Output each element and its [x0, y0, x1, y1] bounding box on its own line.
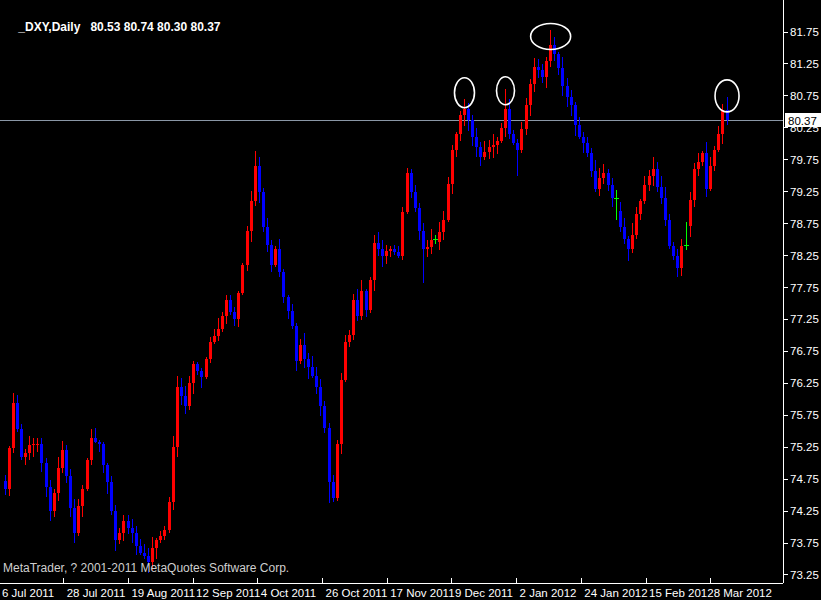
- price-axis-label: 77.75: [790, 282, 819, 294]
- date-axis-label: 8 Mar 2012: [714, 587, 772, 599]
- candle-body: [118, 533, 121, 540]
- candle-body: [512, 134, 515, 143]
- candle-body: [196, 364, 199, 371]
- price-axis-label: 81.25: [790, 58, 819, 70]
- candle-body: [200, 371, 203, 377]
- candle-body: [529, 84, 532, 105]
- candle-body: [492, 145, 495, 147]
- candles-group: [4, 30, 729, 573]
- candle-body: [578, 125, 581, 138]
- candle-body: [291, 311, 294, 325]
- candle-body: [607, 173, 610, 185]
- candle-body: [205, 359, 208, 377]
- candle-body: [590, 153, 593, 170]
- metaquotes-watermark: MetaTrader, ? 2001-2011 MetaQuotes Softw…: [3, 561, 289, 575]
- candle-body: [168, 502, 171, 531]
- date-axis-label: 15 Feb 2012: [649, 587, 714, 599]
- candle-body: [656, 169, 659, 187]
- ohlc-quote-label: 80.53 80.74 80.30 80.37: [90, 20, 220, 34]
- candle-body: [299, 345, 302, 361]
- candle-body: [274, 249, 277, 265]
- price-axis-label: 74.75: [790, 473, 819, 485]
- price-chart-canvas[interactable]: 81.7581.2580.7580.2579.7579.2578.7578.25…: [0, 0, 821, 600]
- candle-body: [241, 265, 244, 293]
- date-axis-label: 12 Sep 2011: [196, 587, 260, 599]
- time-scale[interactable]: 6 Jul 201128 Jul 201119 Aug 201112 Sep 2…: [0, 578, 772, 599]
- price-axis-label: 80.75: [790, 90, 819, 102]
- candle-body: [660, 187, 663, 198]
- candle-body: [549, 45, 552, 61]
- candle-body: [475, 137, 478, 146]
- candle-body: [488, 147, 491, 152]
- candle-body: [648, 176, 651, 185]
- date-axis-label: 6 Jul 2011: [2, 587, 54, 599]
- candle-body: [570, 97, 573, 105]
- candle-body: [45, 463, 48, 487]
- candle-body: [566, 86, 569, 97]
- candle-body: [676, 256, 679, 268]
- chart-axes: [0, 0, 783, 583]
- candle-body: [356, 300, 359, 316]
- candle-body: [697, 162, 700, 169]
- candle-body: [315, 376, 318, 387]
- candle-body: [635, 214, 638, 235]
- price-axis-label: 73.75: [790, 537, 819, 549]
- candle-body: [586, 143, 589, 153]
- candle-body: [233, 312, 236, 320]
- candle-body: [106, 465, 109, 482]
- current-price-tag-label: 80.37: [788, 115, 817, 127]
- candle-body: [713, 150, 716, 166]
- candle-body: [574, 105, 577, 124]
- candle-body: [401, 212, 404, 256]
- candle-body: [12, 403, 15, 449]
- candle-body: [114, 511, 117, 540]
- price-axis-label: 75.25: [790, 441, 819, 453]
- candle-body: [90, 438, 93, 460]
- price-axis-label: 75.75: [790, 409, 819, 421]
- candle-body: [430, 240, 433, 248]
- candle-body: [525, 105, 528, 128]
- candle-body: [278, 249, 281, 272]
- candle-body: [303, 345, 306, 359]
- candle-body: [65, 450, 68, 475]
- candle-body: [496, 141, 499, 145]
- candle-body: [377, 243, 380, 249]
- candle-body: [483, 152, 486, 157]
- candle-body: [49, 487, 52, 511]
- candle-body: [426, 247, 429, 249]
- candle-body: [627, 239, 630, 249]
- candle-body: [561, 68, 564, 87]
- candle-body: [237, 293, 240, 320]
- candle-body: [176, 387, 179, 448]
- candle-body: [369, 280, 372, 310]
- candle-body: [311, 367, 314, 375]
- candle-body: [373, 243, 376, 280]
- candle-body: [410, 173, 413, 192]
- candle-body: [143, 553, 146, 556]
- candle-body: [332, 482, 335, 498]
- date-axis-label: 19 Aug 2011: [131, 587, 195, 599]
- candle-body: [459, 115, 462, 134]
- candle-body: [213, 336, 216, 342]
- candle-body: [282, 272, 285, 297]
- candle-body: [447, 184, 450, 221]
- candle-body: [188, 383, 191, 405]
- candle-body: [611, 185, 614, 198]
- candle-body: [672, 246, 675, 256]
- candle-body: [397, 252, 400, 256]
- candle-body: [545, 61, 548, 77]
- candle-body: [135, 533, 138, 546]
- candle-body: [709, 166, 712, 188]
- candle-body: [4, 481, 7, 489]
- price-scale[interactable]: 81.7581.2580.7580.2579.7579.2578.7578.25…: [783, 26, 819, 581]
- candle-body: [721, 110, 724, 134]
- candle-body: [20, 429, 23, 457]
- candle-body: [323, 406, 326, 428]
- candle-body: [110, 482, 113, 510]
- candle-body: [172, 447, 175, 501]
- candle-body: [520, 129, 523, 151]
- candle-body: [77, 506, 80, 533]
- price-axis-label: 81.75: [790, 26, 819, 38]
- candle-body: [69, 476, 72, 508]
- price-axis-label: 79.25: [790, 186, 819, 198]
